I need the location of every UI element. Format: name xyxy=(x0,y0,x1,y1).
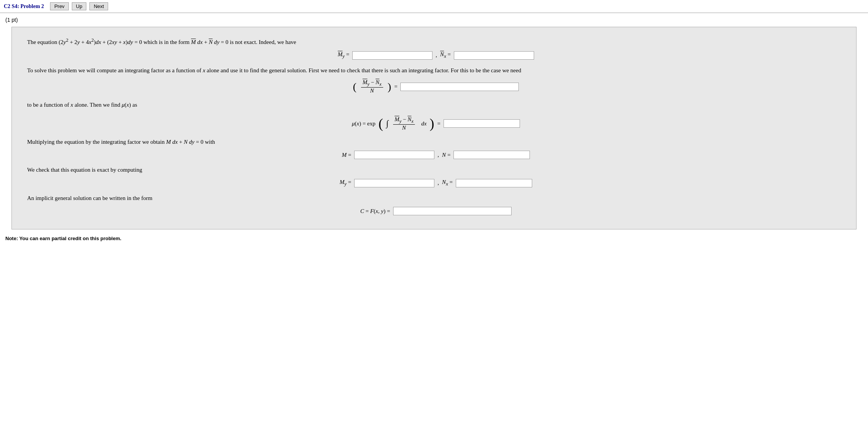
note-text: Note: You can earn partial credit on thi… xyxy=(0,233,868,244)
nx-tilde-input[interactable] xyxy=(454,51,534,60)
fraction-numerator: My − Nx xyxy=(361,79,383,88)
M-label: M = xyxy=(342,152,351,158)
M-input[interactable] xyxy=(354,151,434,159)
my-tilde-input[interactable] xyxy=(352,51,432,60)
para4-text: Multiplying the equation by the integrat… xyxy=(27,137,845,147)
para6-text: An implicit general solution can be writ… xyxy=(27,193,845,203)
mn-line: M = , N = xyxy=(27,151,845,159)
equals1: = xyxy=(394,83,397,90)
mu-line: μ(x) = exp ( ∫ My − Nx N dx ) = xyxy=(27,116,845,131)
mu-result-input[interactable] xyxy=(444,119,520,128)
fraction-denominator: N xyxy=(369,88,376,94)
mu-label: μ(x) = exp xyxy=(352,120,376,127)
paren-close: ) xyxy=(388,81,391,92)
comma3: , xyxy=(437,180,439,186)
N-input[interactable] xyxy=(453,151,530,159)
comma2: , xyxy=(437,152,439,158)
my-label: My = xyxy=(340,179,351,187)
mu-paren-close: ) xyxy=(430,117,434,130)
intro-text: The equation (2y2 + 2y + 4x2)dx + (2xy +… xyxy=(27,36,845,47)
fraction-result-input[interactable] xyxy=(400,83,519,91)
equals2: = xyxy=(437,120,440,127)
paren-open: ( xyxy=(353,81,356,92)
next-button[interactable]: Next xyxy=(89,2,108,10)
fraction-line: ( My − Nx N ) = xyxy=(27,79,845,94)
my-nx-line: My = , Nx = xyxy=(27,51,845,60)
points-label: (1 pt) xyxy=(0,13,868,25)
comma1: , xyxy=(436,52,437,59)
para5-text: We check that this equation is exact by … xyxy=(27,165,845,175)
mu-fraction-den: N xyxy=(401,125,408,131)
my-tilde-label: My = xyxy=(338,51,349,59)
nx-input[interactable] xyxy=(456,179,532,187)
c-label: C = F(x, y) = xyxy=(360,208,390,215)
para2-text: To solve this problem we will compute an… xyxy=(27,66,845,76)
check-line: My = , Nx = xyxy=(27,179,845,187)
my-input[interactable] xyxy=(354,179,434,187)
integral-sign: ∫ xyxy=(386,119,389,128)
problem-box: The equation (2y2 + 2y + 4x2)dx + (2xy +… xyxy=(11,27,857,229)
solution-input[interactable] xyxy=(393,207,512,215)
mu-paren-open: ( xyxy=(379,117,383,130)
mu-fraction: My − Nx N xyxy=(393,116,415,131)
para3-text: to be a function of x alone. Then we fin… xyxy=(27,100,845,110)
N-label: N = xyxy=(442,152,450,158)
dx-label: dx xyxy=(421,120,426,127)
solution-line: C = F(x, y) = xyxy=(27,207,845,215)
header: C2 S4: Problem 2 Prev Up Next xyxy=(0,0,868,13)
up-button[interactable]: Up xyxy=(72,2,87,10)
page-title: C2 S4: Problem 2 xyxy=(4,3,44,10)
nx-tilde-label: Nx = xyxy=(440,51,451,59)
fraction-expr: My − Nx N xyxy=(361,79,383,94)
prev-button[interactable]: Prev xyxy=(50,2,69,10)
mu-fraction-num: My − Nx xyxy=(393,116,415,125)
nx-label: Nx = xyxy=(442,179,453,187)
